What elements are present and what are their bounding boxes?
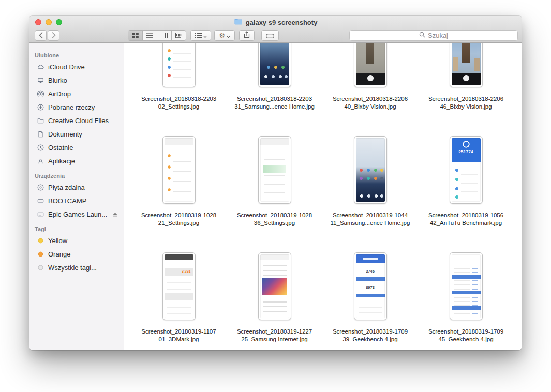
sidebar-item-airdrop[interactable]: AirDrop	[29, 87, 124, 100]
grid-view-icon	[132, 31, 139, 40]
toolbar: ⚙ Szukaj	[29, 29, 522, 42]
file-thumbnail[interactable]: 3746 8973	[354, 252, 387, 320]
file-item[interactable]: Screenshot_20180318-2203 31_Samsung...en…	[227, 43, 322, 136]
sidebar-item-ostatnie[interactable]: Ostatnie	[29, 141, 124, 154]
finder-window: galaxy s9 screenshoty	[29, 16, 522, 350]
sidebar-item-label: Yellow	[48, 237, 67, 245]
sidebar-item-epic-games-laun[interactable]: Epic Games Laun...	[29, 207, 124, 221]
clock-icon	[36, 143, 44, 152]
file-name[interactable]: Screenshot_20180318-2206 40_Bixby Vision…	[333, 95, 408, 111]
file-name[interactable]: Screenshot_20180318-2203 31_Samsung...en…	[234, 95, 315, 111]
file-name[interactable]: Screenshot_20180318-2203 02_Settings.jpg	[141, 95, 216, 111]
sidebar-item-icloud-drive[interactable]: iCloud Drive	[29, 60, 124, 73]
share-button[interactable]	[239, 30, 255, 41]
coverflow-view-icon	[175, 31, 182, 40]
documents-icon	[36, 130, 44, 138]
zoom-button[interactable]	[56, 19, 62, 25]
sidebar-item-biurko[interactable]: Biurko	[29, 73, 124, 87]
file-name[interactable]: Screenshot_20180319-1709 45_Geekbench 4.…	[428, 328, 503, 343]
file-name[interactable]: Screenshot_20180319-1227 25_Samsung Inte…	[237, 328, 312, 343]
geekbench-thumbnail-art: 3746 8973	[356, 254, 385, 318]
view-icons-button[interactable]	[128, 31, 143, 40]
sidebar-item-p-yta-zdalna[interactable]: Płyta zdalna	[29, 180, 124, 194]
sidebar: UlubioneiCloud DriveBiurkoAirDropPobrane…	[29, 43, 124, 350]
sidebar-item-label: Aplikacje	[48, 157, 75, 165]
sidebar-item-pobrane-rzeczy[interactable]: Pobrane rzeczy	[29, 100, 124, 114]
thumbnail-score-text: 3746 8973	[356, 263, 385, 295]
downloads-icon	[36, 103, 44, 111]
file-thumbnail[interactable]: 251774	[450, 136, 483, 204]
sidebar-item-orange[interactable]: Orange	[29, 247, 124, 261]
view-columns-button[interactable]	[157, 31, 172, 40]
file-thumbnail[interactable]	[162, 136, 196, 204]
chevron-left-icon	[39, 31, 43, 40]
file-item[interactable]: 3746 8973Screenshot_20180319-1709 39_Gee…	[322, 252, 418, 350]
arrange-button[interactable]	[190, 30, 211, 41]
file-item[interactable]: Screenshot_20180318-2206 40_Bixby Vision…	[322, 43, 418, 136]
file-thumbnail[interactable]	[354, 43, 387, 87]
file-item[interactable]: Screenshot_20180318-2206 46_Bixby Vision…	[418, 43, 514, 136]
sidebar-item-label: Wszystkie tagi...	[48, 264, 97, 272]
antutu-thumbnail-art: 251774	[452, 138, 481, 202]
search-input[interactable]: Szukaj	[349, 30, 518, 41]
desktop-background: { "window": { "title": "galaxy s9 screen…	[0, 0, 551, 392]
minimize-button[interactable]	[46, 19, 52, 25]
edit-tags-button[interactable]	[261, 30, 279, 41]
file-item[interactable]: Screenshot_20180319-1709 45_Geekbench 4.…	[418, 252, 514, 350]
file-thumbnail[interactable]	[258, 43, 291, 87]
view-mode-control	[128, 30, 186, 41]
sidebar-item-aplikacje[interactable]: Aplikacje	[29, 154, 124, 168]
file-item[interactable]: Screenshot_20180319-1028 36_Settings.jpg	[227, 136, 322, 252]
sidebar-item-creative-cloud-files[interactable]: Creative Cloud Files	[29, 114, 124, 127]
threedmark-thumbnail-art: 3 291	[165, 254, 193, 318]
file-browser-area[interactable]: Screenshot_20180318-2203 02_Settings.jpg…	[124, 43, 522, 350]
back-button[interactable]	[35, 30, 47, 41]
sidebar-item-label: Dokumenty	[48, 130, 82, 138]
forward-button[interactable]	[48, 30, 59, 41]
file-name[interactable]: Screenshot_20180319-1044 11_Samsung...en…	[331, 212, 410, 227]
airdrop-icon	[36, 89, 44, 98]
view-coverflow-button[interactable]	[172, 31, 186, 40]
sidebar-item-label: Creative Cloud Files	[48, 117, 109, 125]
sidebar-item-yellow[interactable]: Yellow	[29, 234, 124, 247]
file-thumbnail[interactable]	[450, 43, 483, 87]
file-thumbnail[interactable]: 3 291	[162, 252, 196, 320]
file-name[interactable]: Screenshot_20180319-1107 01_3DMark.jpg	[141, 328, 216, 343]
close-button[interactable]	[35, 19, 41, 25]
file-item[interactable]: 251774Screenshot_20180319-1056 42_AnTuTu…	[418, 136, 514, 252]
file-thumbnail[interactable]	[258, 136, 291, 204]
orange-tag-icon	[36, 250, 44, 258]
search-icon	[419, 32, 425, 39]
folder-icon	[234, 18, 243, 26]
file-item[interactable]: Screenshot_20180319-1044 11_Samsung...en…	[322, 136, 418, 252]
sidebar-item-wszystkie-tagi[interactable]: Wszystkie tagi...	[29, 261, 124, 274]
view-list-button[interactable]	[143, 31, 157, 40]
arrange-icon	[195, 31, 202, 40]
file-thumbnail[interactable]	[450, 252, 483, 320]
file-name[interactable]: Screenshot_20180319-1028 36_Settings.jpg	[237, 212, 312, 227]
sidebar-item-dokumenty[interactable]: Dokumenty	[29, 127, 124, 141]
sidebar-item-bootcamp[interactable]: BOOTCAMP	[29, 194, 124, 207]
file-thumbnail[interactable]	[162, 43, 196, 87]
file-thumbnail[interactable]	[354, 136, 387, 204]
sidebar-item-label: Ostatnie	[48, 144, 73, 152]
file-name[interactable]: Screenshot_20180319-1028 21_Settings.jpg	[141, 212, 216, 227]
file-name[interactable]: Screenshot_20180319-1056 42_AnTuTu Bench…	[428, 212, 503, 227]
eject-icon[interactable]	[112, 212, 118, 217]
yellow-tag-icon	[36, 236, 44, 245]
search-placeholder: Szukaj	[428, 32, 448, 39]
title-bar[interactable]: galaxy s9 screenshoty	[29, 16, 522, 29]
home-b-thumbnail-art	[356, 138, 385, 202]
file-name[interactable]: Screenshot_20180319-1709 39_Geekbench 4.…	[333, 328, 408, 343]
file-item[interactable]: Screenshot_20180319-1227 25_Samsung Inte…	[227, 252, 322, 350]
file-thumbnail[interactable]	[258, 252, 291, 320]
columns-view-icon	[161, 31, 168, 40]
sidebar-item-label: Pobrane rzeczy	[48, 103, 95, 111]
file-item[interactable]: 3 291Screenshot_20180319-1107 01_3DMark.…	[131, 252, 227, 350]
action-menu-button[interactable]: ⚙	[214, 30, 235, 41]
thumbnail-score-text: 3 291	[182, 269, 191, 273]
file-name[interactable]: Screenshot_20180318-2206 46_Bixby Vision…	[428, 95, 503, 111]
chevron-down-icon	[227, 31, 230, 40]
file-item[interactable]: Screenshot_20180318-2203 02_Settings.jpg	[131, 43, 227, 136]
file-item[interactable]: Screenshot_20180319-1028 21_Settings.jpg	[131, 136, 227, 252]
